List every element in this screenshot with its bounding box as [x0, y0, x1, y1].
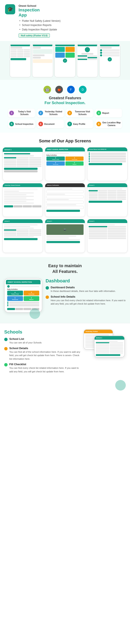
feature-dot-orange-1	[46, 296, 49, 299]
screen-body-7	[3, 223, 43, 242]
screen-body-3	[87, 151, 127, 166]
maintain-section: Easy to maintain All Features. ONEST SCH…	[0, 257, 130, 323]
screen-body-1	[3, 152, 43, 174]
header-section: 🎓 Onest School Inspection App Flutter Nu…	[0, 0, 130, 41]
feature-label-6: Document	[44, 123, 55, 126]
hero-screens: ✓ ✓	[0, 41, 130, 80]
feature-item-4: 4 Report	[95, 108, 122, 118]
fill-checklist-desc: You can find every check list related in…	[9, 366, 80, 373]
screen-card-3: School Name And UDISE NO	[87, 147, 128, 181]
feature-point-dashboard-1: Dashboard Details In these dashboard det…	[46, 286, 126, 293]
school-feature-3: Fill Checklist You can find every check …	[4, 363, 80, 373]
logo-icon: 🎓	[8, 6, 13, 12]
maintain-content: ONEST SCHOOL INSPECTION Daily Activities…	[4, 278, 126, 319]
feature-label-1: Today's Visit Schools	[15, 110, 34, 116]
bullet-2: School Inspection Reports	[18, 23, 125, 27]
screen-header-2: ONEST SCHOOL INSPECTION	[45, 148, 85, 152]
hero-phone-1	[10, 44, 31, 77]
screen-header-3: School Name And UDISE NO	[87, 148, 127, 151]
maintain-phone-mock: ONEST SCHOOL INSPECTION Daily Activities…	[4, 278, 42, 312]
feature-point-text-2: School Info Details Here you can find ev…	[51, 295, 126, 306]
feature-bullets: Flutter Null Safety (Latest Version) Sch…	[18, 19, 125, 32]
feature-label-5: School Inspection	[15, 123, 33, 126]
screen-card-9: School 1	[87, 219, 128, 253]
screen-body-2: Daily Activities 0Today's Visit 3Yesterd…	[45, 152, 85, 168]
screen-body-4	[3, 187, 43, 209]
screen-card-6: School 1	[87, 183, 128, 217]
feature-label-7: Easy Profile	[73, 123, 85, 126]
schools-title-text: Schools	[4, 329, 22, 334]
features-grid: 1 Today's Visit Schools 2 Yesterday Visi…	[8, 108, 122, 128]
hero-phone-2	[32, 44, 53, 77]
feature-num-7: 7	[67, 122, 72, 126]
feature-num-3: 3	[67, 111, 72, 115]
maintain-phone-header: ONEST SCHOOL INSPECTION	[6, 280, 40, 284]
features-subheading-post: .	[84, 101, 86, 105]
features-subheading-highlight: School Inspection	[52, 101, 84, 105]
feature-num-6: 6	[38, 122, 43, 126]
screen-title-7: School 1	[4, 220, 10, 222]
screen-body-6	[87, 187, 127, 204]
screen-body-9	[87, 223, 127, 241]
school-feature-1: School List You can see all of your Scho…	[4, 337, 80, 344]
screen-body-5	[45, 187, 85, 213]
feature-num-2: 2	[38, 111, 43, 115]
schools-main-title: Schools	[4, 329, 80, 335]
school-list-title: School List	[9, 337, 42, 340]
feature-label-8: Geo Location Map Camera	[102, 121, 121, 127]
screen-title-3: School Name And UDISE NO	[89, 149, 106, 150]
logo-box: 🎓	[5, 4, 15, 14]
feature-item-7: 7 Easy Profile	[66, 120, 93, 128]
feature-num-4: 4	[96, 111, 101, 115]
feature-item-1: 1 Today's Visit Schools	[8, 108, 35, 118]
ios-icon: 🍎	[55, 86, 63, 93]
maintain-subtitle: All Features.	[4, 269, 126, 274]
hero-phone-3: ✓	[54, 44, 76, 77]
school-dot-2	[4, 347, 8, 350]
maintain-info: Dashboard Dashboard Details In these das…	[46, 278, 126, 308]
null-safety-badge: Null safety (Flutter V3.0)	[18, 33, 50, 38]
screen-title-8: School 1	[47, 220, 52, 222]
dart-icon: D	[79, 86, 86, 93]
feature-label-2: Yesterday Visited Schools	[44, 110, 63, 116]
maintain-phone: ONEST SCHOOL INSPECTION Daily Activities…	[4, 278, 42, 319]
teal-deco-circle	[115, 380, 126, 390]
screens-section: Some of Our App Screens School 1	[0, 133, 130, 257]
screen-header-6: School 1	[87, 183, 127, 187]
dashboard-title: Dashboard	[46, 278, 70, 284]
school-dot-3	[4, 363, 8, 366]
app-title-line1: Inspection	[18, 8, 40, 12]
screen-header-4: Yesterday Visited Schools	[3, 183, 43, 187]
screen-card-5: Address Verification	[45, 183, 85, 217]
school-list-desc: You can see all of your Schools	[9, 341, 42, 344]
feature-item-6: 6 Document	[37, 120, 64, 128]
feature-label-4: Report	[102, 112, 109, 114]
school-point-3: Fill Checklist You can find every check …	[9, 363, 80, 373]
android-icon: 🤖	[44, 86, 51, 93]
schools-phone-front-header: School 1	[94, 336, 124, 340]
feature-num-5: 5	[9, 122, 14, 126]
schools-phone-front-body	[94, 340, 124, 357]
features-subheading: For School Inspection.	[4, 101, 126, 105]
fill-checklist-title: Fill Checklist	[9, 363, 80, 366]
school-point-1: School List You can see all of your Scho…	[9, 337, 42, 344]
app-title: Inspection App	[18, 8, 125, 18]
app-title-line2: App	[18, 13, 27, 17]
maintain-title: Easy to maintain	[4, 264, 126, 268]
school-details-title: School Details	[9, 346, 80, 350]
features-heading: Greatest Features	[4, 96, 126, 100]
screen-card-2: ONEST SCHOOL INSPECTION Daily Activities…	[45, 147, 85, 181]
schools-content: Schools School List You can see all of y…	[4, 329, 126, 388]
feature-num-1: 1	[9, 111, 14, 115]
screen-card-4: Yesterday Visited Schools	[2, 183, 43, 217]
screen-header-5: Address Verification	[45, 183, 85, 187]
school-dot-1	[4, 338, 8, 341]
feature-item-5: 5 School Inspection	[8, 120, 35, 128]
dashboard-details-title: Dashboard Details	[51, 286, 116, 289]
screen-card-8: School 1 📷	[45, 219, 85, 253]
bullet-1: Flutter Null Safety (Latest Version)	[18, 19, 125, 23]
screen-card-7: School 1	[2, 219, 43, 253]
school-info-title: School Info Details	[51, 295, 126, 298]
hero-phone-5: ✓	[99, 44, 120, 77]
school-info-desc: Here you can find every check list relat…	[51, 299, 126, 306]
